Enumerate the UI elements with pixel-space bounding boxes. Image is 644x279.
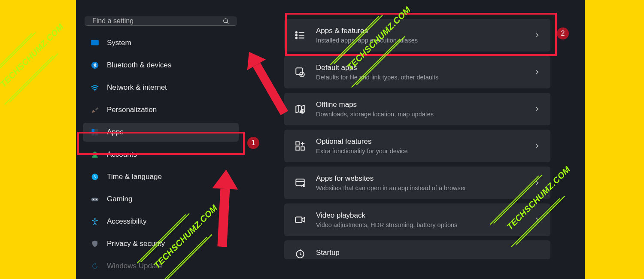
svg-rect-6 bbox=[92, 129, 95, 132]
card-apps-features[interactable]: Apps & features Installed apps, app exec… bbox=[284, 19, 550, 52]
privacy-icon bbox=[91, 240, 99, 248]
card-title: Apps for websites bbox=[316, 174, 524, 183]
list-icon bbox=[295, 30, 306, 41]
sidebar-item-accounts[interactable]: Accounts bbox=[83, 145, 239, 164]
card-title: Offline maps bbox=[316, 100, 524, 109]
svg-point-18 bbox=[296, 34, 297, 36]
apps-icon bbox=[91, 128, 99, 136]
card-title: Apps & features bbox=[316, 27, 524, 35]
gaming-icon bbox=[91, 195, 99, 203]
sidebar-item-system[interactable]: System bbox=[83, 33, 239, 52]
card-optional-features[interactable]: Optional features Extra functionality fo… bbox=[284, 130, 550, 162]
card-text: Optional features Extra functionality fo… bbox=[316, 137, 524, 155]
sidebar-item-network[interactable]: Network & internet bbox=[83, 78, 239, 97]
card-text: Apps for websites Websites that can open… bbox=[316, 174, 524, 191]
sidebar-item-personalization[interactable]: Personalization bbox=[83, 100, 239, 119]
sidebar-item-label: Accounts bbox=[107, 150, 137, 159]
chevron-right-icon bbox=[534, 217, 540, 223]
svg-point-10 bbox=[93, 152, 97, 155]
svg-rect-2 bbox=[91, 40, 99, 45]
chevron-right-icon bbox=[534, 143, 540, 149]
apps-websites-icon bbox=[295, 177, 306, 188]
card-subtitle: Downloads, storage location, map updates bbox=[316, 111, 524, 118]
card-text: Apps & features Installed apps, app exec… bbox=[316, 27, 524, 44]
card-title: Startup bbox=[316, 249, 540, 257]
card-text: Default apps Defaults for file and link … bbox=[316, 64, 524, 81]
svg-rect-7 bbox=[95, 129, 98, 132]
time-language-icon bbox=[91, 173, 99, 181]
card-subtitle: Defaults for file and link types, other … bbox=[316, 74, 524, 81]
system-icon bbox=[91, 39, 99, 47]
card-startup[interactable]: Startup bbox=[284, 240, 550, 259]
accounts-icon bbox=[91, 150, 99, 159]
sidebar: System Bluetooth & devices Network & int… bbox=[76, 0, 246, 279]
card-subtitle: Video adjustments, HDR streaming, batter… bbox=[316, 221, 524, 228]
sidebar-item-apps[interactable]: Apps bbox=[83, 123, 239, 142]
svg-rect-9 bbox=[95, 133, 98, 136]
svg-rect-22 bbox=[296, 68, 302, 74]
sidebar-item-label: Privacy & security bbox=[107, 240, 165, 248]
card-video-playback[interactable]: Video playback Video adjustments, HDR st… bbox=[284, 203, 550, 236]
sidebar-item-privacy-security[interactable]: Privacy & security bbox=[83, 234, 239, 253]
sidebar-item-windows-update[interactable]: Windows Update bbox=[83, 257, 239, 276]
card-title: Video playback bbox=[316, 211, 524, 220]
chevron-right-icon bbox=[534, 180, 540, 186]
watermark: TECHSCHUMZ.COM bbox=[0, 22, 66, 89]
network-icon bbox=[91, 83, 99, 92]
card-text: Startup bbox=[316, 249, 540, 259]
bluetooth-icon bbox=[91, 61, 99, 70]
personalization-icon bbox=[91, 106, 99, 114]
card-subtitle: Websites that can open in an app instead… bbox=[316, 185, 524, 191]
optional-features-icon bbox=[295, 140, 306, 152]
settings-window: System Bluetooth & devices Network & int… bbox=[76, 0, 585, 279]
sidebar-item-time-language[interactable]: Time & language bbox=[83, 167, 239, 186]
card-subtitle: Installed apps, app execution aliases bbox=[316, 37, 524, 44]
sidebar-item-bluetooth[interactable]: Bluetooth & devices bbox=[83, 56, 239, 75]
sidebar-item-label: Accessibility bbox=[107, 217, 147, 226]
svg-rect-12 bbox=[91, 198, 99, 201]
svg-point-15 bbox=[94, 218, 96, 220]
sidebar-item-label: Personalization bbox=[107, 106, 157, 114]
card-title: Default apps bbox=[316, 64, 524, 72]
sidebar-item-label: Gaming bbox=[107, 195, 133, 203]
chevron-right-icon bbox=[534, 106, 540, 112]
svg-rect-30 bbox=[295, 217, 302, 223]
content-area: Apps & features Installed apps, app exec… bbox=[246, 0, 585, 279]
search-input[interactable] bbox=[92, 17, 216, 25]
card-subtitle: Extra functionality for your device bbox=[316, 148, 524, 155]
annotation-badge-1: 1 bbox=[247, 137, 259, 149]
svg-rect-8 bbox=[92, 133, 95, 136]
startup-icon bbox=[295, 248, 306, 259]
sidebar-item-label: Time & language bbox=[107, 173, 162, 181]
sidebar-item-accessibility[interactable]: Accessibility bbox=[83, 212, 239, 231]
update-icon bbox=[91, 262, 99, 270]
svg-point-20 bbox=[296, 37, 297, 39]
card-default-apps[interactable]: Default apps Defaults for file and link … bbox=[284, 56, 550, 88]
svg-rect-25 bbox=[296, 142, 299, 145]
sidebar-item-label: Bluetooth & devices bbox=[107, 61, 171, 70]
sidebar-item-gaming[interactable]: Gaming bbox=[83, 190, 239, 209]
svg-line-1 bbox=[227, 22, 228, 23]
sidebar-item-label: Windows Update bbox=[107, 262, 162, 270]
map-icon bbox=[295, 103, 306, 115]
svg-rect-27 bbox=[301, 147, 304, 150]
sidebar-item-label: Network & internet bbox=[107, 83, 167, 92]
svg-rect-26 bbox=[296, 147, 299, 150]
search-box[interactable] bbox=[85, 16, 237, 26]
card-offline-maps[interactable]: Offline maps Downloads, storage location… bbox=[284, 93, 550, 125]
sidebar-item-label: System bbox=[107, 39, 131, 47]
search-icon bbox=[222, 18, 229, 24]
svg-point-13 bbox=[93, 199, 94, 200]
svg-point-14 bbox=[96, 199, 97, 200]
svg-point-5 bbox=[94, 90, 96, 91]
chevron-right-icon bbox=[534, 32, 540, 38]
card-apps-for-websites[interactable]: Apps for websites Websites that can open… bbox=[284, 167, 550, 199]
annotation-badge-2: 2 bbox=[557, 27, 569, 39]
chevron-right-icon bbox=[534, 69, 540, 75]
accessibility-icon bbox=[91, 217, 99, 226]
default-apps-icon bbox=[295, 67, 306, 78]
video-icon bbox=[295, 214, 306, 225]
card-title: Optional features bbox=[316, 137, 524, 146]
card-text: Video playback Video adjustments, HDR st… bbox=[316, 211, 524, 228]
svg-point-0 bbox=[224, 18, 228, 22]
